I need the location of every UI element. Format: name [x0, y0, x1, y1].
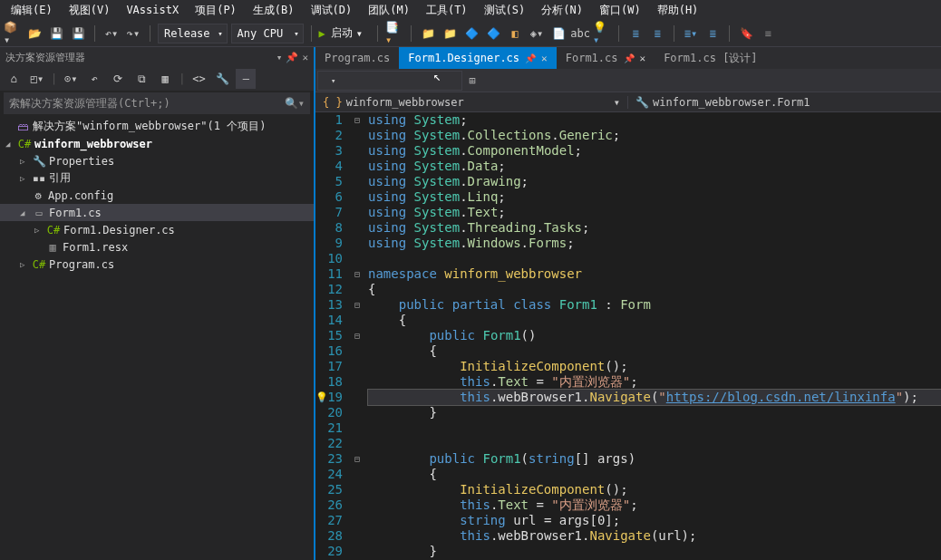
tree-label: Program.cs — [49, 258, 114, 271]
menu-item[interactable]: VAssistX — [119, 2, 186, 18]
references-node[interactable]: ▷▪▪引用 — [0, 169, 314, 187]
launch-button[interactable]: 启动 ▾ — [329, 24, 370, 43]
tool-icon[interactable]: 📄 — [549, 24, 568, 43]
menu-item[interactable]: 视图(V) — [62, 1, 118, 20]
pin-icon[interactable]: 📌 — [286, 52, 298, 63]
menu-item[interactable]: 测试(S) — [477, 1, 533, 20]
menu-item[interactable]: 项目(P) — [188, 1, 244, 20]
menu-item[interactable]: 窗口(W) — [592, 1, 648, 20]
tool-icon[interactable]: 🔷 — [484, 24, 502, 43]
close-icon[interactable]: ✕ — [541, 53, 548, 64]
solution-node[interactable]: 🗃解决方案"winform_webbrowser"(1 个项目) — [0, 118, 314, 135]
close-icon[interactable]: ✕ — [640, 53, 646, 64]
save-all-icon[interactable]: 💾 — [69, 24, 87, 43]
file-tab[interactable]: Program.cs — [315, 47, 399, 69]
menu-item[interactable]: 调试(D) — [304, 1, 360, 20]
close-icon[interactable]: ✕ — [302, 52, 308, 63]
code-icon[interactable]: <> — [189, 69, 209, 89]
new-project-icon[interactable]: 📦▾ — [4, 24, 22, 43]
search-placeholder: 索解决方案资源管理器(Ctrl+;) — [9, 96, 170, 111]
program-node[interactable]: ▷C#Program.cs — [0, 256, 314, 273]
tree-label: winform_webbrowser — [34, 138, 152, 150]
form1designer-node[interactable]: ▷C#Form1.Designer.cs — [0, 221, 314, 238]
menu-item[interactable]: 团队(M) — [361, 1, 417, 20]
project-node[interactable]: ◢C#winform_webbrowser — [0, 135, 314, 152]
split-icon[interactable]: ⊞ — [464, 74, 480, 87]
show-all-icon[interactable]: ▦ — [155, 69, 175, 89]
form1-node[interactable]: ◢▭Form1.cs — [0, 204, 314, 221]
tool-icon[interactable]: ◈▾ — [528, 24, 546, 43]
separator — [674, 25, 674, 42]
redo-icon[interactable]: ↷▾ — [124, 24, 142, 43]
breadcrumb: { }winform_webbrowser▾ 🔧winform_webbrows… — [315, 92, 941, 112]
pin-icon[interactable]: 📌 — [624, 53, 635, 63]
open-icon[interactable]: 📂 — [25, 24, 44, 43]
tool-icon[interactable]: 📁 — [441, 24, 459, 43]
code-lines[interactable]: using System;using System.Collections.Ge… — [364, 112, 941, 560]
appconfig-node[interactable]: ⚙App.config — [0, 187, 314, 204]
fold-column[interactable]: ⊟⊟⊟⊟⊟ — [350, 112, 364, 560]
menu-item[interactable]: 分析(N) — [534, 1, 590, 20]
more-icon[interactable]: — — [236, 69, 256, 89]
home-icon[interactable]: ⌂ — [4, 69, 24, 89]
form1resx-node[interactable]: ▦Form1.resx — [0, 238, 314, 256]
solution-tree[interactable]: 🗃解决方案"winform_webbrowser"(1 个项目) ◢C#winf… — [0, 116, 314, 560]
copy-icon[interactable]: ⧉ — [131, 69, 151, 89]
tool-icon[interactable]: abc — [571, 24, 589, 43]
platform-dropdown[interactable]: Any CPU — [231, 24, 304, 43]
nav-dropdown[interactable] — [317, 71, 462, 91]
file-tab[interactable]: Form1.cs [设计] — [655, 47, 766, 69]
tree-label: 解决方案"winform_webbrowser"(1 个项目) — [33, 119, 266, 134]
search-box[interactable]: 索解决方案资源管理器(Ctrl+;) 🔍▾ — [4, 92, 310, 114]
menu-item[interactable]: 生成(B) — [246, 1, 302, 20]
crumb-label: winform_webbrowser — [346, 96, 464, 109]
collapse-icon[interactable]: ◰▾ — [27, 69, 47, 89]
dropdown-icon[interactable]: ▾ — [276, 52, 283, 63]
menu-bar: 编辑(E)视图(V)VAssistX项目(P)生成(B)调试(D)团队(M)工具… — [0, 0, 941, 20]
wrench-icon[interactable]: 🔧 — [212, 69, 232, 89]
menu-item[interactable]: 编辑(E) — [4, 1, 60, 20]
sync-icon[interactable]: ⊙▾ — [61, 69, 81, 89]
back-icon[interactable]: ↶ — [84, 69, 104, 89]
tool-icon[interactable]: ≣ — [626, 24, 645, 43]
refresh-icon[interactable]: ⟳ — [108, 69, 128, 89]
bookmark-icon[interactable]: 🔖 — [737, 24, 755, 43]
tab-label: Form1.cs [设计] — [664, 51, 757, 66]
tree-label: Properties — [49, 155, 114, 168]
tool-icon[interactable]: ≣ — [648, 24, 666, 43]
tree-label: 引用 — [49, 170, 71, 186]
tool-icon[interactable]: ≡ — [759, 24, 777, 43]
search-icon: 🔍▾ — [285, 97, 305, 110]
file-tab[interactable]: Form1.Designer.cs📌✕ — [399, 47, 556, 69]
file-tab[interactable]: Form1.cs📌✕ — [557, 47, 655, 69]
tool-icon[interactable]: ◧ — [506, 24, 524, 43]
lightbulb-icon[interactable]: 💡 — [315, 390, 328, 405]
code-editor[interactable]: 1234567891011121314151617181920212223242… — [315, 112, 941, 560]
save-icon[interactable]: 💾 — [47, 24, 65, 43]
menu-item[interactable]: 帮助(H) — [650, 1, 706, 20]
tab-label: Form1.Designer.cs — [408, 52, 519, 64]
play-icon[interactable]: ▶ — [319, 27, 325, 40]
tool-icon[interactable]: ≣▾ — [682, 24, 700, 43]
config-dropdown[interactable]: Release — [158, 24, 228, 43]
separator — [618, 25, 619, 42]
properties-node[interactable]: ▷🔧Properties — [0, 152, 314, 169]
separator — [729, 25, 730, 42]
tool-icon[interactable]: 🔷 — [462, 24, 480, 43]
undo-icon[interactable]: ↶▾ — [102, 24, 121, 43]
tool-icon[interactable]: 📁 — [419, 24, 437, 43]
tool-icon[interactable]: 📑▾ — [385, 24, 403, 43]
class-crumb[interactable]: 🔧winform_webbrowser.Form1 — [628, 96, 817, 109]
separator — [150, 25, 150, 42]
menu-item[interactable]: 工具(T) — [419, 1, 475, 20]
namespace-crumb[interactable]: { }winform_webbrowser▾ — [315, 96, 628, 109]
crumb-label: winform_webbrowser.Form1 — [653, 96, 810, 109]
tree-label: Form1.cs — [49, 207, 102, 219]
file-tabs: Program.csForm1.Designer.cs📌✕Form1.cs📌✕F… — [315, 47, 941, 69]
panel-toolbar: ⌂ ◰▾ | ⊙▾ ↶ ⟳ ⧉ ▦ | <> 🔧 — — [0, 67, 314, 91]
tool-icon[interactable]: 💡▾ — [593, 24, 611, 43]
separator — [311, 25, 312, 42]
tool-icon[interactable]: ≣ — [703, 24, 722, 43]
separator — [377, 25, 378, 42]
pin-icon[interactable]: 📌 — [525, 53, 536, 63]
